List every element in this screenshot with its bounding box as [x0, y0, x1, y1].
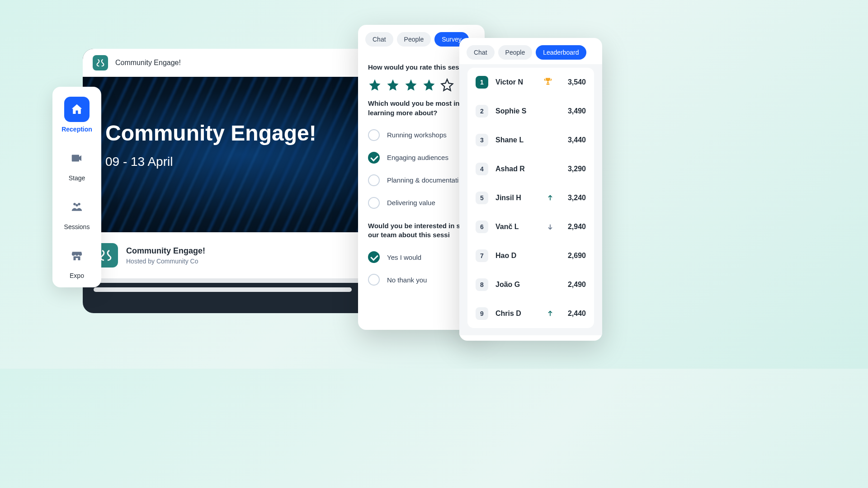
rank-badge: 5 [476, 192, 488, 204]
player-score: 3,490 [561, 107, 586, 115]
option-planning[interactable]: Planning & documentati [368, 169, 475, 192]
player-name: Chris D [495, 310, 539, 318]
camera-icon [64, 145, 90, 171]
star-icon[interactable] [404, 78, 418, 92]
player-score: 2,940 [561, 223, 586, 231]
star-icon[interactable] [422, 78, 436, 92]
player-score: 3,290 [561, 165, 586, 173]
option-no[interactable]: No thank you [368, 268, 475, 291]
leaderboard-row[interactable]: 8João G2,490 [467, 270, 594, 299]
radio-icon [368, 174, 380, 186]
radio-icon [368, 129, 380, 141]
option-label: Running workshops [387, 131, 447, 139]
player-score: 2,690 [561, 252, 586, 260]
option-label: Engaging audiences [387, 154, 448, 161]
leaderboard-row[interactable]: 5Jinsil H3,240 [467, 183, 594, 212]
house-icon [64, 97, 90, 122]
radio-checked-icon [368, 152, 380, 164]
rank-badge: 8 [476, 278, 488, 291]
leaderboard-row[interactable]: 7Hao D2,690 [467, 241, 594, 270]
leaderboard-row[interactable]: 9Chris D2,440 [467, 299, 594, 328]
tab-people[interactable]: People [498, 45, 533, 60]
booth-icon [64, 243, 90, 268]
rank-badge: 2 [476, 105, 488, 117]
tab-chat[interactable]: Chat [467, 45, 495, 60]
rank-badge: 6 [476, 221, 488, 233]
nav-label: Reception [52, 126, 101, 133]
leaderboard-tabs: Chat People Leaderboard [459, 38, 602, 64]
option-workshops[interactable]: Running workshops [368, 124, 475, 146]
arrow-up-icon [546, 310, 554, 317]
svg-point-1 [78, 203, 80, 206]
rank-badge: 9 [476, 307, 488, 320]
leaderboard-row[interactable]: 6Vanč L2,940 [467, 212, 594, 241]
nav-stage[interactable]: Stage [52, 145, 101, 182]
option-label: No thank you [387, 276, 427, 284]
rank-badge: 7 [476, 249, 488, 262]
brand-logo [93, 55, 108, 70]
svg-point-2 [75, 204, 78, 207]
player-name: Hao D [495, 252, 554, 260]
nav-reception[interactable]: Reception [52, 97, 101, 133]
event-host: Hosted by Community Co [126, 258, 205, 265]
question-3: Would you be interested in s to our team… [368, 221, 475, 240]
rank-badge: 4 [476, 163, 488, 175]
window-title: Community Engage! [115, 59, 181, 67]
radio-icon [368, 197, 380, 209]
rank-badge: 1 [476, 76, 488, 89]
option-audiences[interactable]: Engaging audiences [368, 146, 475, 169]
leaderboard-row[interactable]: 3Shane L3,440 [467, 126, 594, 155]
hero-dates: 09 - 13 April [105, 155, 316, 169]
leaderboard-row[interactable]: 1Victor N3,540 [467, 68, 594, 97]
event-name: Community Engage! [126, 246, 205, 256]
people-icon [64, 194, 90, 220]
option-label: Planning & documentati [387, 176, 458, 184]
trophy-icon [543, 77, 552, 88]
player-score: 3,540 [561, 78, 586, 86]
radio-icon [368, 274, 380, 286]
tab-people[interactable]: People [397, 32, 431, 47]
star-outline-icon[interactable] [440, 78, 454, 92]
nav-label: Expo [52, 272, 101, 279]
player-name: Ashad R [495, 165, 554, 173]
player-score: 3,440 [561, 136, 586, 144]
rank-badge: 3 [476, 134, 488, 146]
nav-label: Stage [52, 174, 101, 182]
question-2: Which would you be most in in learning m… [368, 99, 475, 117]
player-score: 2,490 [561, 281, 586, 289]
skeleton-line [94, 287, 352, 292]
player-name: João G [495, 281, 554, 289]
player-name: Vanč L [495, 223, 539, 231]
question-1: How would you rate this sess [368, 63, 475, 72]
nav-expo[interactable]: Expo [52, 243, 101, 279]
hero-title: Community Engage! [105, 120, 316, 146]
option-label: Delivering value [387, 199, 435, 206]
star-icon[interactable] [368, 78, 382, 92]
leaderboard-list: 1Victor N3,5402Sophie S3,4903Shane L3,44… [467, 68, 594, 328]
option-value[interactable]: Delivering value [368, 192, 475, 214]
player-score: 2,440 [561, 310, 586, 318]
svg-point-0 [73, 203, 76, 206]
player-name: Jinsil H [495, 194, 539, 202]
player-score: 3,240 [561, 194, 586, 202]
arrow-down-icon [546, 223, 554, 230]
leaderboard-row[interactable]: 4Ashad R3,290 [467, 155, 594, 183]
option-yes[interactable]: Yes I would [368, 246, 475, 268]
leaderboard-panel: Chat People Leaderboard 1Victor N3,5402S… [459, 38, 602, 341]
option-label: Yes I would [387, 253, 421, 261]
player-name: Victor N [495, 78, 536, 86]
nav-sessions[interactable]: Sessions [52, 194, 101, 230]
star-icon[interactable] [386, 78, 400, 92]
nav-sidebar: Reception Stage Sessions Expo [52, 87, 101, 287]
player-name: Sophie S [495, 107, 554, 115]
tab-chat[interactable]: Chat [365, 32, 393, 47]
arrow-up-icon [546, 194, 554, 202]
nav-label: Sessions [52, 223, 101, 230]
star-rating[interactable] [368, 78, 475, 92]
leaderboard-row[interactable]: 2Sophie S3,490 [467, 97, 594, 126]
radio-checked-icon [368, 251, 380, 263]
player-name: Shane L [495, 136, 554, 144]
tab-leaderboard[interactable]: Leaderboard [536, 45, 586, 60]
